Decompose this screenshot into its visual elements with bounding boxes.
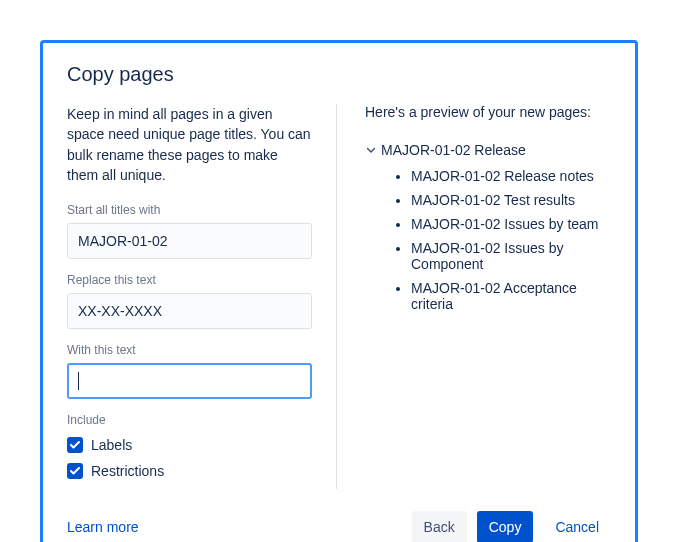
- replace-this-input[interactable]: [67, 293, 312, 329]
- chevron-down-icon: [365, 144, 377, 156]
- replace-this-label: Replace this text: [67, 273, 312, 287]
- tree-child: MAJOR-01-02 Test results: [411, 188, 611, 212]
- text-cursor: [78, 372, 79, 390]
- tree-children: MAJOR-01-02 Release notes MAJOR-01-02 Te…: [411, 164, 611, 316]
- right-column: Here's a preview of your new pages: MAJO…: [337, 104, 611, 489]
- include-restrictions-row: Restrictions: [67, 463, 312, 479]
- checkmark-icon: [70, 467, 80, 475]
- include-section: Include Labels Restrictio: [67, 413, 312, 479]
- include-label: Include: [67, 413, 312, 427]
- dialog-title: Copy pages: [67, 63, 611, 86]
- tree-child: MAJOR-01-02 Issues by Component: [411, 236, 611, 276]
- checkmark-icon: [70, 441, 80, 449]
- tree-child: MAJOR-01-02 Acceptance criteria: [411, 276, 611, 316]
- tree-child: MAJOR-01-02 Release notes: [411, 164, 611, 188]
- prefix-label: Start all titles with: [67, 203, 312, 217]
- dialog-columns: Keep in mind all pages in a given space …: [67, 104, 611, 489]
- include-labels-checkbox[interactable]: [67, 437, 83, 453]
- include-restrictions-checkbox[interactable]: [67, 463, 83, 479]
- include-labels-text[interactable]: Labels: [91, 437, 132, 453]
- tree-root-row[interactable]: MAJOR-01-02 Release: [365, 142, 611, 158]
- dialog-footer: Learn more Back Copy Cancel: [67, 511, 611, 542]
- with-this-label: With this text: [67, 343, 312, 357]
- with-this-input[interactable]: [67, 363, 312, 399]
- copy-button[interactable]: Copy: [477, 511, 534, 542]
- tree-root-label: MAJOR-01-02 Release: [381, 142, 526, 158]
- footer-buttons: Back Copy Cancel: [412, 511, 611, 542]
- learn-more-link[interactable]: Learn more: [67, 519, 139, 535]
- cancel-button[interactable]: Cancel: [543, 511, 611, 542]
- copy-pages-dialog: Copy pages Keep in mind all pages in a g…: [40, 40, 638, 542]
- tree-child: MAJOR-01-02 Issues by team: [411, 212, 611, 236]
- include-labels-row: Labels: [67, 437, 312, 453]
- back-button[interactable]: Back: [412, 511, 467, 542]
- include-restrictions-text[interactable]: Restrictions: [91, 463, 164, 479]
- left-column: Keep in mind all pages in a given space …: [67, 104, 337, 489]
- dialog-description: Keep in mind all pages in a given space …: [67, 104, 312, 185]
- prefix-input[interactable]: [67, 223, 312, 259]
- preview-title: Here's a preview of your new pages:: [365, 104, 611, 120]
